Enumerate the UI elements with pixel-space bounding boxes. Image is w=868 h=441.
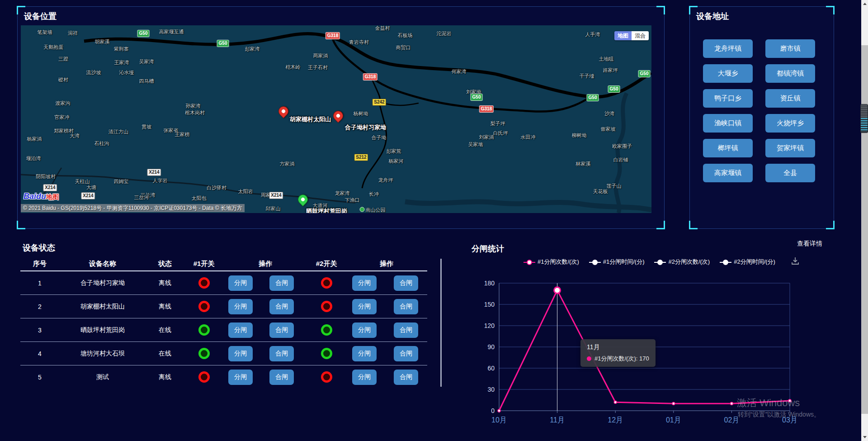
close-switch-button[interactable]: 合闸 [394,370,418,385]
road-shield: G318 [326,32,340,39]
switch-indicator-red [198,301,210,312]
road-shield: G50 [217,40,229,47]
device-status: 在线 [146,350,184,358]
switch2-indicator-cell [307,277,346,289]
chart-legend: #1分闸次数/(次)#1分闸时间/(分)#2分闸次数/(次)#2分闸时间/(分) [524,258,775,266]
open-switch-button[interactable]: 分闸 [352,299,377,314]
switch2-operations: 分闸合闸 [346,299,427,314]
switch2-indicator-cell [307,324,346,336]
view-details-link[interactable]: 查看详情 [797,240,822,248]
table-scrollbar[interactable] [440,259,442,387]
map-place-label: 三岔河 [134,194,149,201]
open-switch-button[interactable]: 分闸 [228,299,253,314]
column-header: 序号 [20,260,59,268]
address-button[interactable]: 鸭子口乡 [703,89,753,108]
close-switch-button[interactable]: 合闸 [269,370,294,385]
map-place-label: 太阳包 [192,195,207,202]
legend-item[interactable]: #2分闸次数/(次) [654,258,710,266]
close-switch-button[interactable]: 合闸 [394,346,418,361]
legend-item[interactable]: #1分闸时间/(分) [589,258,645,266]
data-point-highlighted [554,287,561,294]
close-switch-button[interactable]: 合闸 [269,299,294,314]
address-button[interactable]: 榔坪镇 [703,139,753,157]
switch1-operations: 分闸合闸 [224,322,307,338]
switch2-operations: 分闸合闸 [346,346,427,361]
open-switch-button[interactable]: 分闸 [228,275,253,291]
map-copyright: © 2021 Baidu - GS(2019)5218号 - 甲测资字11009… [21,204,245,212]
page-scrollbar[interactable] [861,0,868,441]
open-switch-button[interactable]: 分闸 [228,370,253,385]
switch-indicator-green [198,348,210,359]
scroll-widget-handle[interactable] [860,104,868,133]
address-button[interactable]: 大堰乡 [703,64,753,83]
table-body: 1合子坳村习家坳离线分闸合闸分闸合闸2胡家棚村太阳山离线分闸合闸分闸合闸3晒鼓坪… [20,271,427,389]
open-switch-button[interactable]: 分闸 [352,275,377,291]
map-type-control[interactable]: 地图 混合 [614,31,649,40]
corner-decoration [689,221,698,229]
close-switch-button[interactable]: 合闸 [269,275,294,291]
switch-indicator-green [321,348,332,359]
address-button[interactable]: 火烧坪乡 [765,114,815,133]
switch2-indicator-cell [307,371,346,383]
close-switch-button[interactable]: 合闸 [394,322,418,338]
device-address-panel: 设备地址 龙舟坪镇磨市镇大堰乡都镇湾镇鸭子口乡资丘镇渔峡口镇火烧坪乡榔坪镇贺家坪… [689,6,834,229]
map-place-label: 下渔口 [345,197,360,204]
address-button[interactable]: 高家堰镇 [703,164,753,182]
close-switch-button[interactable]: 合闸 [394,275,418,291]
map-place-label: 石板场 [398,32,413,39]
map-place-label: 梨子坪 [491,120,505,127]
close-switch-button[interactable]: 合闸 [269,346,294,361]
map-place-label: 沱泥岩 [437,30,452,37]
map-place-label: 莲子山 [607,183,622,190]
address-button[interactable]: 资丘镇 [765,89,815,108]
address-button[interactable]: 全县 [765,164,815,182]
column-header: #1开关 [184,260,224,268]
open-switch-button[interactable]: 分闸 [352,370,377,385]
map-place-label: 龙家湾 [335,190,350,197]
baidu-logo-cn: 地图 [46,193,59,200]
map-place-label: 欧家圈子 [612,143,632,150]
legend-item[interactable]: #2分闸时间/(分) [720,258,775,266]
map-place-label: 磴村 [58,76,68,83]
address-button[interactable]: 都镇湾镇 [765,64,815,83]
map-place-label: 贯坡 [142,123,151,130]
tooltip-month: 11月 [587,343,649,351]
switch1-operations: 分闸合闸 [224,275,307,291]
open-switch-button[interactable]: 分闸 [228,322,253,338]
legend-label: #2分闸次数/(次) [668,258,710,266]
address-button[interactable]: 磨市镇 [765,39,815,58]
download-icon[interactable] [790,256,800,266]
map-place-label: 刘家淌 [479,134,494,141]
map-place-label: 棺木岗村 [185,109,205,116]
map-place-label: 白氏坪 [493,130,508,137]
data-point [730,402,733,405]
open-switch-button[interactable]: 分闸 [352,322,377,338]
address-button[interactable]: 贺家坪镇 [765,139,815,157]
map-place-label: 人字岩 [153,177,168,184]
corner-decoration [17,221,25,229]
address-button[interactable]: 龙舟坪镇 [703,39,753,58]
switch1-operations: 分闸合闸 [224,299,307,314]
scrollbar-up-arrow[interactable] [861,0,868,8]
open-switch-button[interactable]: 分闸 [352,346,377,361]
road-shield: G50 [587,94,599,101]
close-switch-button[interactable]: 合闸 [269,322,294,338]
y-axis-tick-label: 90 [487,343,495,351]
map-type-option-hybrid[interactable]: 混合 [632,31,649,40]
switch1-indicator-cell [184,277,224,289]
corner-decoration [656,221,665,229]
switch2-operations: 分闸合闸 [346,275,427,291]
baidu-map-canvas[interactable]: 笔架墙润祥高家堰互通金益村石板场沱泥岩天鹅抱蛋胡家溪紫荆寨彭家湾商贸口青岩寺村三… [21,25,651,213]
legend-item[interactable]: #1分闸次数/(次) [524,258,579,266]
scrollbar-down-arrow[interactable] [861,433,868,441]
map-type-option-map[interactable]: 地图 [614,31,632,40]
scrollbar-thumb[interactable] [861,45,868,414]
map-place-label: 杨树坳 [354,110,368,117]
open-switch-button[interactable]: 分闸 [228,346,253,361]
legend-marker-icon [720,260,731,265]
map-place-label: 紫荆寨 [114,46,129,52]
device-name: 测试 [59,373,146,381]
switch1-indicator-cell [184,348,224,359]
address-button[interactable]: 渔峡口镇 [703,114,753,133]
close-switch-button[interactable]: 合闸 [394,299,418,314]
